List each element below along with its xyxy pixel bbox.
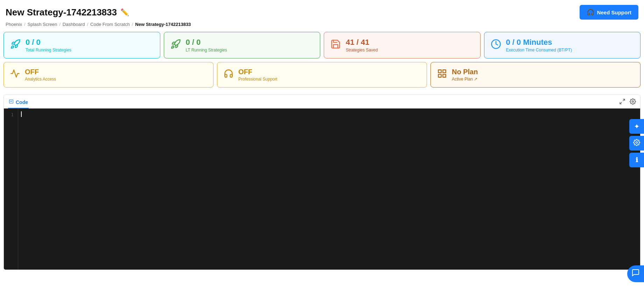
- code-header-actions: [619, 98, 636, 106]
- fab-info-button[interactable]: ℹ: [629, 153, 644, 167]
- breadcrumb-separator-1: /: [24, 22, 26, 27]
- breadcrumb-separator-4: /: [132, 22, 133, 27]
- stat-label-execution-time: Execution Time Consumed (BT/PT): [506, 48, 572, 53]
- svg-rect-3: [443, 74, 446, 77]
- settings-icon[interactable]: [630, 98, 636, 106]
- info-content-plan: No Plan Active Plan ↗: [452, 68, 478, 82]
- stat-content-saved: 41 / 41 Strategies Saved: [346, 38, 378, 53]
- info-value-analytics: OFF: [25, 68, 56, 76]
- code-tab[interactable]: Code: [8, 97, 29, 109]
- stat-card-execution-time: 0 / 0 Minutes Execution Time Consumed (B…: [484, 32, 641, 58]
- stat-card-total-running: 0 / 0 Total Running Strategies: [4, 32, 160, 58]
- plan-grid-icon: [437, 69, 447, 81]
- stat-label-saved: Strategies Saved: [346, 48, 378, 53]
- expand-icon[interactable]: [619, 98, 625, 106]
- info-icon: ℹ: [636, 156, 638, 164]
- clock-icon: [491, 39, 501, 52]
- info-card-plan: No Plan Active Plan ↗: [430, 62, 640, 88]
- active-plan-link[interactable]: ↗: [474, 77, 477, 82]
- edit-icon[interactable]: ✏️: [120, 8, 129, 16]
- line-numbers: 1: [4, 109, 18, 270]
- rocket-icon-cyan: [10, 39, 21, 52]
- editor-content[interactable]: [18, 109, 640, 270]
- stat-card-saved: 41 / 41 Strategies Saved: [324, 32, 481, 58]
- breadcrumb-current: New Strategy-1742213833: [135, 22, 191, 27]
- stat-value-saved: 41 / 41: [346, 38, 378, 47]
- stat-content-execution-time: 0 / 0 Minutes Execution Time Consumed (B…: [506, 38, 572, 53]
- text-cursor: [21, 111, 22, 117]
- svg-point-11: [636, 141, 638, 143]
- fab-gear-icon: [633, 139, 640, 148]
- info-label-plan: Active Plan ↗: [452, 77, 478, 82]
- svg-line-8: [623, 99, 625, 101]
- header: New Strategy-1742213833 ✏️ 🎧 Need Suppor…: [0, 0, 644, 21]
- need-support-label: Need Support: [597, 9, 631, 15]
- stats-grid: 0 / 0 Total Running Strategies 0 / 0 LT …: [0, 32, 644, 62]
- svg-rect-4: [439, 74, 441, 77]
- info-card-support: OFF Professional Support: [217, 62, 427, 88]
- rocket-icon-green: [170, 39, 181, 52]
- cursor-line: [21, 111, 637, 117]
- sparkle-icon: ✦: [634, 122, 640, 131]
- breadcrumb-separator-2: /: [59, 22, 61, 27]
- info-value-support: OFF: [238, 68, 277, 76]
- info-content-analytics: OFF Analytics Access: [25, 68, 56, 82]
- info-content-support: OFF Professional Support: [238, 68, 277, 82]
- info-label-analytics: Analytics Access: [25, 77, 56, 82]
- info-label-support: Professional Support: [238, 77, 277, 82]
- stat-card-lt-running: 0 / 0 LT Running Strategies: [164, 32, 321, 58]
- code-section-header: Code: [4, 95, 640, 109]
- stat-value-total-running: 0 / 0: [26, 38, 71, 47]
- breadcrumb-item-phoenix[interactable]: Phoenix: [6, 22, 22, 27]
- info-card-analytics: OFF Analytics Access: [4, 62, 214, 88]
- stat-content-total-running: 0 / 0 Total Running Strategies: [26, 38, 71, 53]
- code-section: Code 1: [4, 95, 640, 270]
- support-headset-icon: [224, 69, 233, 81]
- breadcrumb-item-splash[interactable]: Splash Screen: [28, 22, 57, 27]
- info-grid: OFF Analytics Access OFF Professional Su…: [0, 62, 644, 91]
- breadcrumb: Phoenix / Splash Screen / Dashboard / Co…: [0, 21, 644, 32]
- fab-gear-button[interactable]: [629, 136, 644, 151]
- stat-label-total-running: Total Running Strategies: [26, 48, 71, 53]
- headset-icon: 🎧: [587, 8, 594, 16]
- stat-value-lt-running: 0 / 0: [186, 38, 227, 47]
- header-title-group: New Strategy-1742213833 ✏️: [6, 7, 129, 18]
- svg-rect-1: [439, 70, 441, 73]
- need-support-button[interactable]: 🎧 Need Support: [580, 5, 638, 20]
- chat-bubble-icon: [631, 269, 640, 279]
- code-tab-label: Code: [16, 99, 28, 105]
- line-number-1: 1: [8, 111, 14, 119]
- fab-sparkle-button[interactable]: ✦: [629, 119, 644, 134]
- analytics-chart-icon: [10, 69, 20, 81]
- code-tab-icon: [9, 99, 14, 105]
- breadcrumb-item-code-from-scratch[interactable]: Code From Scratch: [90, 22, 130, 27]
- breadcrumb-separator-3: /: [87, 22, 88, 27]
- breadcrumb-item-dashboard[interactable]: Dashboard: [63, 22, 85, 27]
- stat-label-lt-running: LT Running Strategies: [186, 48, 227, 53]
- stat-content-lt-running: 0 / 0 LT Running Strategies: [186, 38, 227, 53]
- page-title: New Strategy-1742213833: [6, 7, 117, 18]
- svg-point-10: [632, 101, 634, 103]
- fab-group: ✦ ℹ: [629, 119, 644, 167]
- stat-value-execution-time: 0 / 0 Minutes: [506, 38, 572, 47]
- info-value-plan: No Plan: [452, 68, 478, 76]
- svg-rect-2: [443, 70, 446, 73]
- save-icon: [330, 39, 341, 52]
- svg-line-9: [620, 102, 622, 104]
- chat-bubble-button[interactable]: [627, 265, 644, 282]
- code-editor[interactable]: 1: [4, 109, 640, 270]
